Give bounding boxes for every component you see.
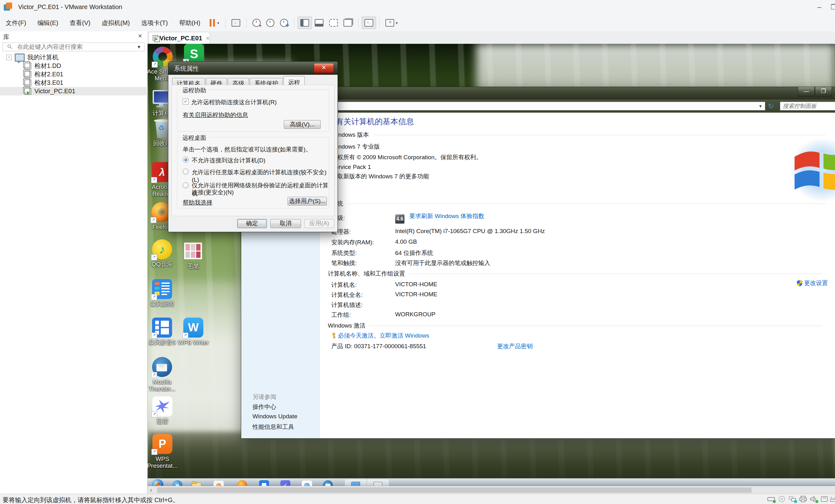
uac-shield-icon xyxy=(797,280,802,286)
desktop-icon-qq-music[interactable]: ♪ ↗ QQ音乐 xyxy=(148,239,178,268)
menu-tabs[interactable]: 选项卡(T) xyxy=(136,15,174,31)
vm-screen[interactable]: ↗ Ace Stream Media S ↗ 计算机 ♻ 回收站 λ xyxy=(148,44,835,486)
menu-edit[interactable]: 编辑(E) xyxy=(32,15,64,31)
menu-file[interactable]: 文件(F) xyxy=(0,15,32,31)
link-action-center[interactable]: 操作中心 xyxy=(252,403,276,411)
select-users-button[interactable]: 选择用户(S)... xyxy=(287,197,327,205)
snapshot-clock-icon: + xyxy=(252,19,261,27)
revert-snapshot-button[interactable]: ← xyxy=(263,17,277,29)
scroll-left-icon[interactable]: ‹ xyxy=(150,487,152,493)
usb-icon[interactable] xyxy=(829,496,835,502)
pause-icon xyxy=(210,19,211,26)
radio-allow-nla-only[interactable] xyxy=(183,182,189,188)
system-properties-dialog: 系统属性 ✕ 计算机名 硬件 高级 系统保护 远程 远程协助 ✓ 允许远程协助连… xyxy=(168,61,338,232)
menu-vm[interactable]: 虚拟机(M) xyxy=(96,15,136,31)
radio-allow-any-version[interactable] xyxy=(183,169,189,175)
console-view-button[interactable]: >_ xyxy=(362,17,376,29)
taskbar-baofeng-icon[interactable] xyxy=(259,480,269,486)
taskbar-thunderbird-icon[interactable] xyxy=(323,480,333,486)
radio-deny-connections[interactable] xyxy=(183,157,189,163)
desktop-icon-wps-presentation[interactable]: P ↗ WPS Presentat... xyxy=(148,434,179,469)
tree-item-evidence1[interactable]: 检材1.DD xyxy=(0,62,171,70)
collapse-icon[interactable]: − xyxy=(6,55,12,60)
show-thumbnail-bar-button[interactable] xyxy=(312,17,326,29)
minimize-button[interactable]: – xyxy=(812,0,827,14)
dialog-titlebar[interactable]: 系统属性 ✕ xyxy=(168,62,338,75)
taskbar-window-system-properties[interactable] xyxy=(367,480,389,486)
taskbar-media-player-icon[interactable] xyxy=(213,480,224,486)
menu-help[interactable]: 帮助(H) xyxy=(173,15,206,31)
unity-mode-button[interactable] xyxy=(341,17,355,29)
link-change-settings[interactable]: 更改设置 xyxy=(797,279,828,287)
desktop-icon-thunderbird[interactable]: ↗ Mozilla Thunder... xyxy=(148,357,178,392)
control-panel-search-box[interactable] xyxy=(780,102,835,110)
guest-taskbar[interactable]: e ✓ xyxy=(148,478,835,486)
desktop-icon-wps-writer[interactable]: W ↗ WPS Writer xyxy=(177,318,210,346)
allow-remote-assistance-checkbox[interactable]: ✓ xyxy=(183,99,189,104)
refresh-icon[interactable]: ↻ xyxy=(768,102,774,110)
taskbar-internet-explorer-icon[interactable]: e xyxy=(172,480,182,486)
taskbar-explorer-icon[interactable] xyxy=(191,480,201,486)
link-change-product-key[interactable]: 更改产品密钥 xyxy=(497,342,533,350)
taskbar-qq-music-icon[interactable] xyxy=(302,480,312,486)
thumbnail-bar-icon xyxy=(315,19,324,26)
remote-assistance-info-link[interactable]: 有关启用远程协助的信息 xyxy=(183,111,248,119)
sound-icon[interactable] xyxy=(810,496,818,502)
desktop-icon-baofeng-news[interactable]: ↗ 暴风新闻 xyxy=(148,279,178,307)
printer-icon[interactable] xyxy=(799,496,807,502)
control-panel-search-input[interactable] xyxy=(780,102,835,110)
tree-item-evidence2[interactable]: 检材2.E01 xyxy=(0,70,171,79)
search-dropdown-icon[interactable]: ▼ xyxy=(137,44,141,49)
breadcrumb-dropdown-icon[interactable]: ▼ xyxy=(758,102,762,111)
apply-button[interactable]: 应用(A) xyxy=(304,219,334,228)
link-performance-tools[interactable]: 性能信息和工具 xyxy=(252,423,294,431)
snapshot-manager-button[interactable]: ✚ xyxy=(277,17,291,29)
desktop-icon-xunlei[interactable]: ↗ 迅雷 xyxy=(148,396,179,425)
menu-view[interactable]: 查看(V) xyxy=(64,15,96,31)
link-refresh-experience-index[interactable]: 要求刷新 Windows 体验指数 xyxy=(409,213,484,219)
see-also-header: 另请参阅 xyxy=(252,393,276,401)
cancel-button[interactable]: 取消 xyxy=(270,219,301,228)
computer-icon xyxy=(15,54,25,62)
desktop-icon-baofeng-player[interactable]: ↗ 暴风影音5 xyxy=(148,318,178,346)
app-titlebar: Victor_PC.E01 - VMware Workstation – ❐ xyxy=(0,0,835,15)
ok-button[interactable]: 确定 xyxy=(237,219,267,228)
vm-horizontal-scrollbar[interactable]: ‹ xyxy=(148,486,835,494)
tree-item-evidence3[interactable]: 检材3.E01 xyxy=(0,79,171,87)
library-search-input[interactable] xyxy=(17,43,130,51)
send-ctrl-alt-del-button[interactable]: ↓ xyxy=(229,17,243,29)
maximize-button[interactable]: ❐ xyxy=(815,87,832,97)
enter-fullscreen-button[interactable] xyxy=(326,17,341,29)
link-activate-windows[interactable]: 必须今天激活。立即激活 Windows xyxy=(338,332,429,339)
display-icon[interactable] xyxy=(820,496,829,502)
advanced-button[interactable]: 高级(V)... xyxy=(284,120,321,129)
close-dialog-button[interactable]: ✕ xyxy=(314,63,334,73)
take-snapshot-button[interactable]: + xyxy=(250,17,263,29)
close-library-icon[interactable]: × xyxy=(138,32,142,40)
taskbar-window-control-panel[interactable] xyxy=(345,480,366,486)
tree-item-victor-pc[interactable]: Victor_PC.E01 xyxy=(0,87,171,96)
link-windows-update[interactable]: Windows Update xyxy=(252,413,298,420)
tab-victor-pc[interactable]: Victor_PC.E01 × xyxy=(149,32,210,44)
help-me-choose-link[interactable]: 帮助我选择 xyxy=(183,199,212,207)
taskbar-firefox-icon[interactable] xyxy=(237,480,247,486)
key-icon xyxy=(331,332,336,339)
start-button[interactable] xyxy=(152,479,163,486)
taskbar-wps-icon[interactable]: ✓ xyxy=(280,480,290,486)
close-tab-icon[interactable]: × xyxy=(206,35,210,42)
maximize-button[interactable]: ❐ xyxy=(827,0,835,14)
fit-guest-button[interactable]: ⇲ ▾ xyxy=(383,17,401,29)
scrollbar-thumb[interactable] xyxy=(157,487,752,493)
show-library-button[interactable] xyxy=(298,17,312,29)
pause-vm-button[interactable]: ▾ xyxy=(206,17,222,29)
desktop-icon-maobi[interactable]: 毛笔 xyxy=(177,241,210,270)
minimize-button[interactable]: — xyxy=(798,87,815,97)
tab-label: Victor_PC.E01 xyxy=(160,35,202,42)
shortcut-arrow-icon: ↗ xyxy=(150,217,157,223)
link-more-features[interactable]: 获取新版本的 Windows 7 的更多功能 xyxy=(331,173,429,181)
library-search-box[interactable]: ▼ xyxy=(2,43,145,51)
hard-disk-icon[interactable] xyxy=(767,496,775,502)
tree-item-my-computer[interactable]: − 我的计算机 xyxy=(0,53,147,62)
cd-dvd-icon[interactable] xyxy=(778,496,786,502)
network-adapter-icon[interactable] xyxy=(788,496,796,502)
